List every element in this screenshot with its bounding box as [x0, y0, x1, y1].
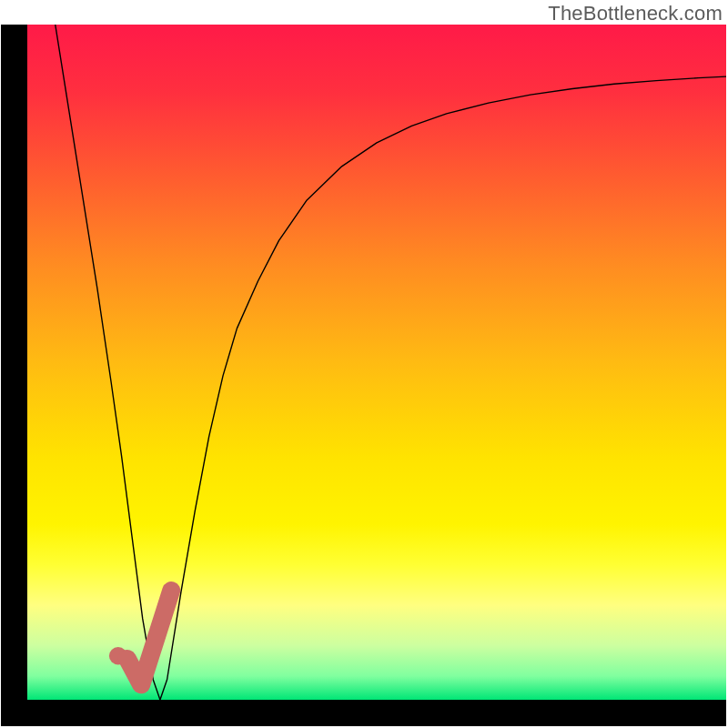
- plot-outer-black-border: [1, 25, 726, 726]
- plot-area: [27, 25, 726, 700]
- optimal-checkmark: [27, 25, 726, 700]
- watermark-text: TheBottleneck.com: [548, 2, 723, 25]
- chart-frame: TheBottleneck.com: [0, 0, 728, 728]
